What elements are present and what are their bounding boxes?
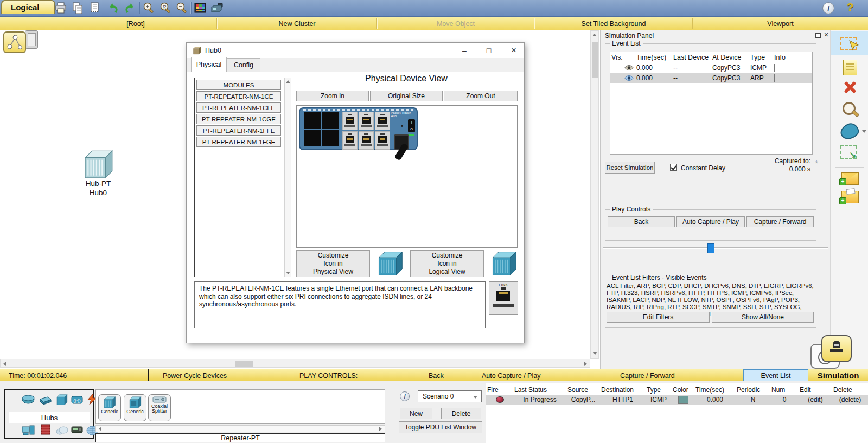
tab-physical[interactable]: Physical <box>191 57 227 72</box>
auto-capture-status-button[interactable]: Auto Capture / Play <box>482 369 540 382</box>
color-palette-icon[interactable] <box>194 2 207 15</box>
physical-workspace-mini-tab[interactable] <box>25 30 38 49</box>
eye-icon[interactable] <box>624 65 634 71</box>
undo-icon[interactable] <box>106 2 119 15</box>
reset-simulation-button[interactable]: Reset Simulation <box>605 162 655 174</box>
modules-scrollbar[interactable] <box>284 78 291 277</box>
add-complex-pdu-tool[interactable] <box>841 191 859 203</box>
select-tool[interactable] <box>831 31 868 55</box>
scenario-dropdown[interactable]: Scenario 0 <box>418 390 482 402</box>
new-scenario-button[interactable]: New <box>400 408 432 419</box>
capture-forward-button[interactable]: Capture / Forward <box>746 216 814 227</box>
add-simple-pdu-tool[interactable] <box>841 172 859 185</box>
paste-icon[interactable] <box>88 2 101 15</box>
pdu-row[interactable]: In Progress CopyP... HTTP1 ICMP 0.000 N … <box>486 395 868 405</box>
hubs-category-icon[interactable] <box>55 394 68 406</box>
eye-icon[interactable] <box>624 75 634 81</box>
draw-shape-tool[interactable] <box>839 121 860 141</box>
event-list-toggle-button[interactable]: Event List <box>743 369 808 382</box>
svg-text:R: R <box>163 4 167 10</box>
play-speed-slider[interactable] <box>603 243 828 252</box>
constant-delay-checkbox[interactable] <box>670 164 677 171</box>
info-icon[interactable]: i <box>822 2 834 14</box>
custom-device-dialog-icon[interactable] <box>210 2 224 15</box>
canvas-vscrollbar[interactable] <box>590 30 599 359</box>
hub-device-icon[interactable] <box>81 149 115 180</box>
wan-cloud-category-icon[interactable] <box>55 425 68 436</box>
place-note-tool[interactable] <box>843 60 857 75</box>
logical-workspace-tab[interactable]: Logical <box>1 0 55 14</box>
viewport-button[interactable]: Viewport <box>693 17 868 30</box>
back-button[interactable]: Back <box>608 216 675 227</box>
back-status-button[interactable]: Back <box>429 369 444 382</box>
zoom-in-button[interactable]: Zoom In <box>296 91 369 101</box>
power-cycle-devices-button[interactable]: Power Cycle Devices <box>163 369 227 382</box>
switches-category-icon[interactable] <box>39 395 52 407</box>
event-table-header: Vis. Time(sec) Last Device At Device Typ… <box>610 52 812 62</box>
zoom-out-icon[interactable] <box>175 2 188 15</box>
original-size-button[interactable]: Original Size <box>370 91 443 101</box>
customize-physical-button[interactable]: Customize Icon in Physical View <box>296 250 370 277</box>
close-button[interactable]: × <box>505 43 523 58</box>
delete-scenario-button[interactable]: Delete <box>441 408 481 419</box>
delete-tool[interactable] <box>843 80 857 94</box>
help-icon[interactable]: ? <box>843 1 857 16</box>
play-controls-group: Play Controls Back Auto Capture / Play C… <box>605 209 816 241</box>
minimize-button[interactable]: – <box>455 43 474 58</box>
inspect-tool[interactable] <box>843 102 856 115</box>
palette-scrollbar[interactable] <box>95 425 385 432</box>
snowflake-icon[interactable]: * <box>815 158 818 168</box>
edit-pdu-link[interactable]: (edit) <box>799 396 832 403</box>
zoom-out-button[interactable]: Zoom Out <box>444 91 518 101</box>
simulation-mode-tab[interactable] <box>821 335 852 362</box>
captured-to-label: Captured to: <box>740 157 810 165</box>
toolbar-separator <box>139 2 139 14</box>
event-row-selected[interactable]: 0.000 -- CopyPC3 ARP <box>610 73 812 83</box>
delete-pdu-link[interactable]: (delete) <box>832 396 868 403</box>
wireless-category-icon[interactable]: ((·)) <box>71 394 84 406</box>
logical-workspace-mini-tab[interactable] <box>3 31 26 53</box>
close-panel-icon[interactable]: × <box>824 30 828 39</box>
tab-config[interactable]: Config <box>227 58 260 72</box>
module-item[interactable]: PT-REPEATER-NM-1CE <box>196 91 281 101</box>
redo-icon[interactable] <box>124 2 137 15</box>
canvas-hscrollbar[interactable] <box>0 359 590 368</box>
capture-forward-status-button[interactable]: Capture / Forward <box>620 369 675 382</box>
float-panel-icon[interactable] <box>815 33 821 38</box>
device-coaxial-splitter[interactable]: Coaxial Splitter <box>148 394 171 421</box>
show-all-none-button[interactable]: Show All/None <box>712 312 814 323</box>
power-switch[interactable]: IO <box>408 119 415 132</box>
device-generic-hub-1[interactable]: Generic <box>98 394 121 421</box>
customize-logical-button[interactable]: Customize Icon in Logical View <box>410 250 484 277</box>
module-item[interactable]: PT-REPEATER-NM-1CGE <box>196 114 281 124</box>
device-view-area[interactable]: Packet Tracer Hub IO <box>296 105 518 248</box>
event-row[interactable]: 0.000 -- CopyPC3 ICMP <box>610 62 812 73</box>
root-button[interactable]: [Root] <box>54 17 217 30</box>
status-bar: Time: 00:01:02.046 Power Cycle Devices P… <box>0 369 868 381</box>
custom-devices-category-icon[interactable] <box>71 423 84 435</box>
module-item[interactable]: PT-REPEATER-NM-1FGE <box>196 137 281 147</box>
zoom-reset-icon[interactable]: R <box>159 2 172 15</box>
dialog-titlebar[interactable]: Hub0 – □ × <box>187 43 524 58</box>
print-icon[interactable] <box>54 2 67 15</box>
toggle-pdu-list-button[interactable]: Toggle PDU List Window <box>399 421 482 433</box>
device-generic-hub-2[interactable]: Generic <box>124 394 146 421</box>
fire-pdu-icon[interactable] <box>496 396 504 403</box>
slider-handle[interactable] <box>707 243 714 253</box>
auto-capture-play-button[interactable]: Auto Capture / Play <box>676 216 745 227</box>
move-object-button[interactable]: Move Object <box>377 17 534 30</box>
edit-filters-button[interactable]: Edit Filters <box>607 312 710 323</box>
new-cluster-button[interactable]: New Cluster <box>217 17 377 30</box>
maximize-button[interactable]: □ <box>480 43 498 58</box>
scenario-info-icon[interactable]: i <box>400 391 410 401</box>
set-tiled-background-button[interactable]: Set Tiled Background <box>534 17 693 30</box>
end-devices-category-icon[interactable] <box>22 425 35 436</box>
module-item[interactable]: PT-REPEATER-NM-1FFE <box>196 125 281 136</box>
draw-shape-dropdown-icon[interactable] <box>862 130 866 133</box>
security-category-icon[interactable] <box>39 423 52 435</box>
routers-category-icon[interactable] <box>22 394 35 406</box>
ethernet-port <box>359 112 374 130</box>
copy-icon[interactable] <box>71 2 84 15</box>
zoom-in-icon[interactable] <box>142 2 155 15</box>
module-item[interactable]: PT-REPEATER-NM-1CFE <box>196 102 281 113</box>
